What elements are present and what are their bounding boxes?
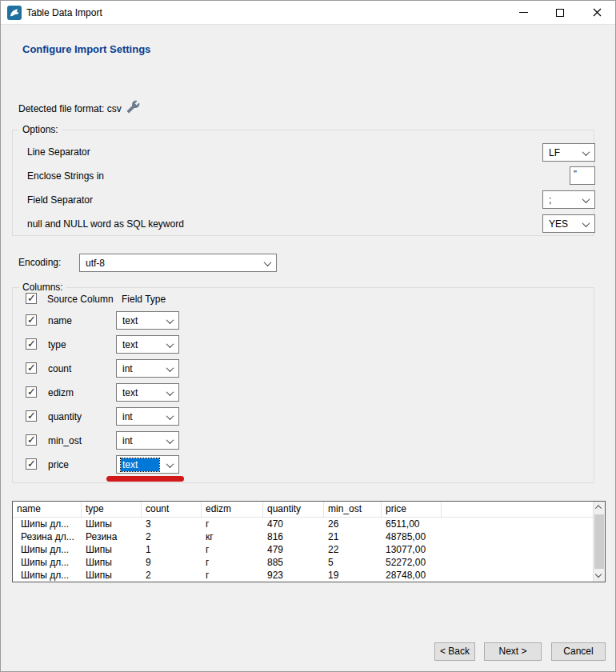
column-name: min_ost xyxy=(48,435,82,446)
column-header[interactable]: edizm xyxy=(202,502,263,518)
chevron-down-icon xyxy=(166,364,174,372)
next-button[interactable]: Next > xyxy=(484,642,542,661)
null-keyword-label: null and NULL word as SQL keyword xyxy=(27,218,184,230)
options-group: Options: Line Separator LF Enclose Strin… xyxy=(12,130,594,236)
table-row[interactable]: Шипы дл... Шипы 2 г 923 19 28748,00 xyxy=(13,569,605,582)
column-header[interactable]: quantity xyxy=(263,502,324,518)
field-type-select-type[interactable]: text xyxy=(116,335,179,354)
column-checkbox-min-ost[interactable] xyxy=(26,434,37,446)
table-row[interactable]: Шипы дл... Шипы 1 г 479 22 13077,00 xyxy=(13,543,605,556)
column-name: price xyxy=(48,459,69,470)
column-name: count xyxy=(48,363,71,374)
wrench-icon xyxy=(126,100,140,114)
back-button[interactable]: < Back xyxy=(434,642,475,661)
field-separator-select[interactable]: ; xyxy=(542,190,595,209)
scroll-up-icon[interactable] xyxy=(596,505,602,511)
chevron-down-icon xyxy=(166,412,174,420)
cancel-button[interactable]: Cancel xyxy=(551,642,606,661)
table-row[interactable]: Резина дл... Резина 2 кг 816 21 48785,00 xyxy=(13,530,605,543)
column-checkbox-name[interactable] xyxy=(26,314,37,326)
chevron-down-icon xyxy=(582,219,590,227)
columns-group: Columns: Source Column Field Type name t… xyxy=(12,287,594,483)
scrollbar-thumb[interactable] xyxy=(594,514,604,569)
encoding-select[interactable]: utf-8 xyxy=(79,254,277,272)
table-data-import-dialog: Table Data Import Configure Import Setti… xyxy=(0,0,616,672)
preview-table-header: name type count edizm quantity min_ost p… xyxy=(13,502,605,518)
mysql-workbench-icon xyxy=(7,6,22,20)
encoding-label: Encoding: xyxy=(18,257,61,268)
column-name: edizm xyxy=(48,387,74,398)
field-type-select-min-ost[interactable]: int xyxy=(116,431,179,450)
column-checkbox-price[interactable] xyxy=(26,458,37,470)
column-name: type xyxy=(48,339,66,350)
column-header[interactable]: min_ost xyxy=(324,502,382,518)
column-header[interactable]: type xyxy=(82,502,142,518)
field-type-select-price[interactable]: text xyxy=(116,455,179,474)
field-type-select-count[interactable]: int xyxy=(116,359,179,378)
null-keyword-select[interactable]: YES xyxy=(542,214,595,233)
column-checkbox-quantity[interactable] xyxy=(26,410,37,422)
enclose-strings-input[interactable]: " xyxy=(570,166,595,185)
field-type-select-quantity[interactable]: int xyxy=(116,407,179,426)
chevron-down-icon xyxy=(166,340,174,348)
column-header-filler xyxy=(442,502,605,518)
maximize-icon xyxy=(556,9,564,17)
column-checkbox-type[interactable] xyxy=(26,338,37,350)
line-separator-label: Line Separator xyxy=(27,146,90,158)
chevron-down-icon xyxy=(264,258,272,266)
chevron-down-icon xyxy=(166,316,174,324)
columns-group-label: Columns: xyxy=(19,282,66,293)
column-header[interactable]: price xyxy=(382,502,442,518)
close-icon xyxy=(593,8,602,17)
column-header[interactable]: name xyxy=(13,502,82,518)
chevron-down-icon xyxy=(582,195,590,203)
preview-table: name type count edizm quantity min_ost p… xyxy=(12,501,606,582)
maximize-button[interactable] xyxy=(542,1,578,24)
chevron-down-icon xyxy=(582,148,590,156)
column-name: name xyxy=(48,315,72,326)
red-underline-annotation xyxy=(106,476,184,482)
enclose-strings-label: Enclose Strings in xyxy=(27,170,104,182)
table-row[interactable]: Шипы дл... Шипы 9 г 885 5 52272,00 xyxy=(13,556,605,569)
column-checkbox-count[interactable] xyxy=(26,362,37,374)
chevron-down-icon xyxy=(166,460,174,468)
select-all-columns-checkbox[interactable] xyxy=(26,293,37,304)
minimize-icon xyxy=(519,12,528,13)
field-type-header: Field Type xyxy=(122,294,166,305)
detected-file-format-label: Detected file format: csv xyxy=(18,103,122,114)
table-row[interactable]: Шипы дл... Шипы 3 г 470 26 6511,00 xyxy=(13,518,605,530)
column-name: quantity xyxy=(48,411,82,422)
window-title: Table Data Import xyxy=(26,1,102,25)
field-type-select-name[interactable]: text xyxy=(116,311,179,330)
field-type-select-edizm[interactable]: text xyxy=(116,383,179,402)
field-separator-label: Field Separator xyxy=(27,194,93,206)
minimize-button[interactable] xyxy=(505,1,542,24)
column-checkbox-edizm[interactable] xyxy=(26,386,37,398)
source-column-header: Source Column xyxy=(47,294,114,305)
options-group-label: Options: xyxy=(19,124,62,135)
chevron-down-icon xyxy=(166,436,174,444)
titlebar: Table Data Import xyxy=(1,1,615,25)
vertical-scrollbar[interactable] xyxy=(593,502,605,582)
line-separator-select[interactable]: LF xyxy=(542,143,595,162)
chevron-down-icon xyxy=(166,388,174,396)
close-button[interactable] xyxy=(578,1,615,24)
page-title: Configure Import Settings xyxy=(22,43,150,55)
column-header[interactable]: count xyxy=(142,502,202,518)
scroll-down-icon[interactable] xyxy=(596,572,602,578)
